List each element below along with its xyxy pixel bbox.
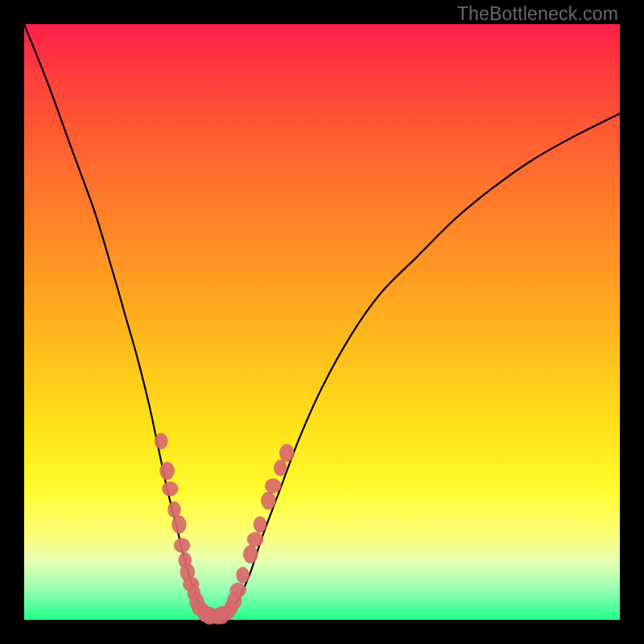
data-point xyxy=(237,568,250,584)
data-point xyxy=(155,433,167,449)
data-point-markers xyxy=(155,433,294,625)
data-point xyxy=(243,546,258,564)
data-point xyxy=(274,460,287,476)
plot-area xyxy=(24,24,620,620)
data-point xyxy=(162,481,178,496)
data-point xyxy=(261,492,275,510)
bottleneck-curve xyxy=(24,24,620,617)
watermark-text: TheBottleneck.com xyxy=(457,3,618,25)
data-point xyxy=(168,502,181,518)
chart-frame: TheBottleneck.com xyxy=(0,0,644,644)
data-point xyxy=(254,517,266,533)
data-point xyxy=(230,583,246,597)
data-point xyxy=(174,539,190,553)
data-point xyxy=(247,532,263,547)
data-point xyxy=(279,444,294,462)
chart-svg xyxy=(24,24,620,620)
data-point xyxy=(160,462,175,480)
data-point xyxy=(265,479,281,493)
data-point xyxy=(171,516,186,534)
